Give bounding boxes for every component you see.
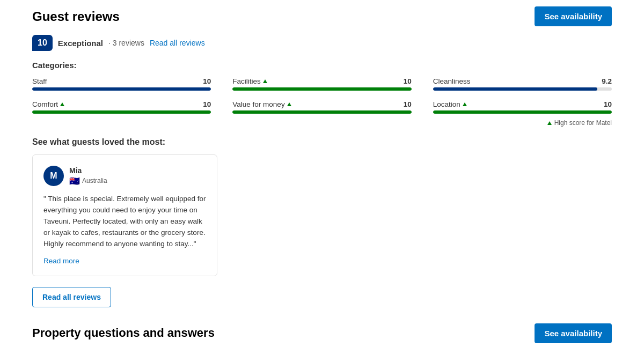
category-label-row: Staff10 <box>32 77 211 85</box>
progress-bar-bg <box>232 87 411 91</box>
category-item: Location10 <box>433 100 612 114</box>
progress-bar-bg <box>32 110 211 114</box>
progress-bar-fill <box>433 110 612 114</box>
trend-up-icon <box>60 102 64 106</box>
category-score: 10 <box>404 77 412 85</box>
page-title: Guest reviews <box>32 9 120 24</box>
categories-grid: Staff10Facilities10Cleanliness9.2Comfort… <box>32 77 612 114</box>
category-label-row: Facilities10 <box>232 77 411 85</box>
category-name-text: Facilities <box>232 77 261 85</box>
category-score: 10 <box>404 100 412 108</box>
reviewer-row: M Mia 🇦🇺 Australia <box>43 166 206 186</box>
progress-bar-bg <box>232 110 411 114</box>
category-item: Comfort10 <box>32 100 211 114</box>
progress-bar-fill <box>232 87 411 91</box>
progress-bar-fill <box>433 87 598 91</box>
category-name: Staff <box>32 77 47 85</box>
progress-bar-fill <box>32 110 211 114</box>
loved-section-title: See what guests loved the most: <box>32 137 612 147</box>
category-name-text: Cleanliness <box>433 77 471 85</box>
see-availability-button-top[interactable]: See availability <box>535 6 612 26</box>
score-badge: 10 <box>32 35 53 51</box>
guest-reviews-header: Guest reviews See availability <box>32 0 612 35</box>
trend-up-icon <box>263 79 267 83</box>
category-label-row: Comfort10 <box>32 100 211 108</box>
category-label-row: Cleanliness9.2 <box>433 77 612 85</box>
see-availability-button-bottom[interactable]: See availability <box>535 323 612 343</box>
bottom-section: Property questions and answers See avail… <box>32 323 612 348</box>
read-all-link-top[interactable]: Read all reviews <box>150 39 205 47</box>
trend-up-icon <box>287 102 291 106</box>
high-score-note: High score for Matei <box>32 119 612 127</box>
category-name: Comfort <box>32 100 64 108</box>
category-name-text: Comfort <box>32 100 58 108</box>
category-item: Staff10 <box>32 77 211 91</box>
category-name: Facilities <box>232 77 267 85</box>
category-item: Value for money10 <box>232 100 411 114</box>
category-name: Cleanliness <box>433 77 471 85</box>
high-score-text: High score for Matei <box>554 119 612 127</box>
category-name: Value for money <box>232 100 291 108</box>
progress-bar-bg <box>433 87 612 91</box>
categories-title: Categories: <box>32 61 612 70</box>
reviewer-country: 🇦🇺 Australia <box>69 176 107 186</box>
country-label: Australia <box>82 177 107 184</box>
progress-bar-bg <box>433 110 612 114</box>
category-name-text: Location <box>433 100 460 108</box>
avatar: M <box>43 166 64 186</box>
reviewer-info: Mia 🇦🇺 Australia <box>69 166 107 186</box>
score-row: 10 Exceptional · 3 reviews Read all revi… <box>32 35 612 51</box>
review-text: " This place is special. Extremely well … <box>43 194 206 250</box>
category-name-text: Value for money <box>232 100 284 108</box>
read-more-link[interactable]: Read more <box>43 257 79 265</box>
category-score: 9.2 <box>602 77 612 85</box>
trend-up-icon <box>463 102 467 106</box>
read-all-button[interactable]: Read all reviews <box>32 287 111 307</box>
high-score-arrow-icon <box>547 121 552 125</box>
review-count: · 3 reviews <box>108 39 144 47</box>
progress-bar-fill <box>232 110 411 114</box>
category-name: Location <box>433 100 467 108</box>
category-score: 10 <box>203 100 211 108</box>
progress-bar-fill <box>32 87 211 91</box>
reviewer-name: Mia <box>69 166 107 175</box>
category-label-row: Location10 <box>433 100 612 108</box>
category-item: Cleanliness9.2 <box>433 77 612 91</box>
category-item: Facilities10 <box>232 77 411 91</box>
flag-icon: 🇦🇺 <box>69 176 80 186</box>
progress-bar-bg <box>32 87 211 91</box>
category-label-row: Value for money10 <box>232 100 411 108</box>
review-card: M Mia 🇦🇺 Australia " This place is speci… <box>32 154 217 276</box>
bottom-title: Property questions and answers <box>32 326 215 340</box>
rating-label: Exceptional <box>58 39 103 48</box>
category-name-text: Staff <box>32 77 47 85</box>
category-score: 10 <box>203 77 211 85</box>
category-score: 10 <box>604 100 612 108</box>
